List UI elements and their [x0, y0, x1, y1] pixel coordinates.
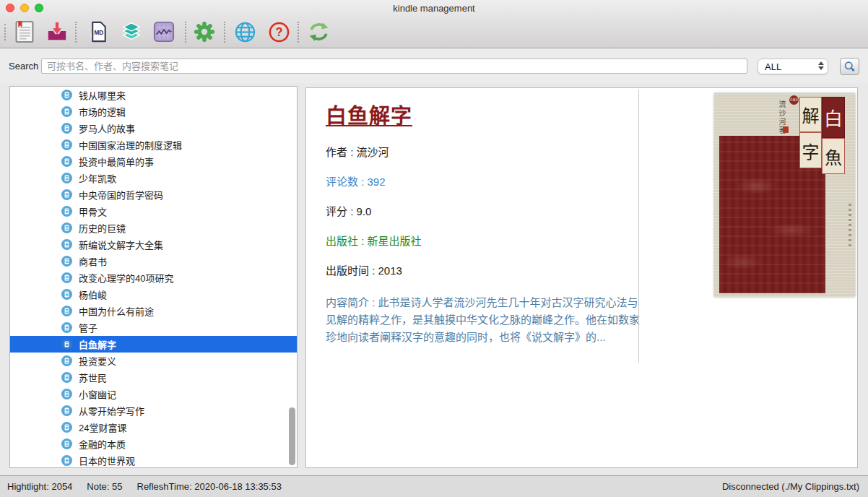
status-left: Hightlight: 2054 Note: 55 RefleshTime: 2… — [7, 481, 282, 492]
cover-char: 白 — [822, 97, 845, 138]
book-title-label: 白鱼解字 — [79, 337, 116, 351]
book-title-label: 金融的本质 — [79, 437, 126, 451]
book-list-item[interactable]: 钱从哪里来 — [10, 87, 297, 103]
book-list-item[interactable]: 历史的巨镜 — [10, 220, 297, 236]
toolbar-drag-handle — [4, 24, 6, 40]
book-list-item[interactable]: 小窗幽记 — [10, 386, 297, 402]
sidebar-scrollbar-thumb[interactable] — [289, 407, 295, 465]
book-title-label: 钱从哪里来 — [79, 88, 126, 102]
highlight-count: Hightlight: 2054 — [7, 481, 72, 492]
search-button[interactable] — [840, 58, 859, 75]
book-note-icon — [61, 289, 72, 300]
book-cover-image: 解 白 字 魚 流沙河著 手稿本 — [714, 93, 855, 297]
book-comments-field: 评论数 : 392 — [326, 176, 651, 188]
book-title-label: 罗马人的故事 — [79, 121, 135, 135]
statistics-button[interactable] — [151, 19, 177, 45]
book-title-label: 市场的逻辑 — [79, 105, 126, 118]
import-download-icon — [46, 21, 68, 43]
cover-char: 魚 — [822, 138, 845, 174]
book-list-item[interactable]: 市场的逻辑 — [10, 103, 297, 120]
refresh-button[interactable] — [305, 19, 331, 45]
settings-button[interactable] — [191, 19, 217, 45]
book-title-label: 中央帝国的哲学密码 — [79, 188, 163, 202]
markdown-export-button[interactable]: MD — [86, 19, 112, 45]
filter-select[interactable]: ALL — [758, 59, 828, 74]
book-note-icon — [61, 455, 72, 466]
import-button[interactable] — [44, 19, 70, 45]
book-list-item[interactable]: 杨伯峻 — [10, 286, 297, 303]
network-button[interactable] — [232, 19, 258, 45]
book-list-item[interactable]: 投资中最简单的事 — [10, 153, 297, 170]
book-list-item[interactable]: 从零开始学写作 — [10, 402, 297, 419]
notes-button[interactable] — [12, 19, 38, 45]
book-detail-panel: 白鱼解字 作者 : 流沙河 评论数 : 392 评分 : 9.0 出版社 : 新… — [305, 87, 858, 468]
vertical-divider — [638, 90, 639, 363]
book-list-item[interactable]: 新编说文解字大全集 — [10, 236, 297, 253]
book-list-item[interactable]: 商君书 — [10, 253, 297, 269]
book-list-item[interactable]: 少年凯歌 — [10, 170, 297, 186]
book-note-icon — [61, 139, 72, 150]
book-title-label: 日本的世界观 — [79, 454, 135, 467]
book-note-icon — [61, 306, 72, 316]
book-title-label: 从零开始学写作 — [79, 404, 144, 418]
book-list-item[interactable]: 白鱼解字 — [10, 336, 297, 353]
window-title: kindle management — [0, 3, 868, 14]
book-list-item[interactable]: 中国为什么有前途 — [10, 303, 297, 319]
book-list-item[interactable]: 投资要义 — [10, 353, 297, 369]
book-note-icon — [61, 355, 72, 366]
book-note-icon — [61, 405, 72, 416]
book-note-icon — [61, 222, 72, 233]
toolbar-separator — [298, 22, 299, 43]
help-icon: ? — [268, 21, 290, 43]
book-title-label: 新编说文解字大全集 — [79, 238, 163, 251]
book-note-icon — [61, 372, 72, 383]
window-chrome: kindle management — [0, 0, 868, 48]
cover-char: 字 — [799, 132, 822, 168]
book-note-icon — [61, 256, 72, 267]
book-list-item[interactable]: 苏世民 — [10, 369, 297, 386]
search-icon — [843, 61, 856, 73]
book-note-icon — [61, 339, 72, 350]
notes-icon — [14, 20, 35, 43]
book-publisher-field: 出版社 : 新星出版社 — [326, 235, 651, 247]
book-list-item[interactable]: 日本的世界观 — [10, 452, 297, 468]
book-title-label: 中国国家治理的制度逻辑 — [79, 138, 182, 152]
book-intro-field: 内容简介 : 此书是诗人学者流沙河先生几十年对古汉字研究心法与见解的精粹之作，是… — [326, 294, 641, 346]
book-list-item[interactable]: 金融的本质 — [10, 436, 297, 452]
book-title-label: 24堂财富课 — [79, 420, 126, 434]
book-note-icon — [61, 322, 72, 333]
filter-select-value: ALL — [765, 61, 781, 72]
status-bar: Hightlight: 2054 Note: 55 RefleshTime: 2… — [0, 475, 868, 497]
book-note-icon — [61, 422, 72, 433]
toolbar-separator — [185, 22, 186, 43]
book-list-item[interactable]: 中国国家治理的制度逻辑 — [10, 137, 297, 153]
book-title-label: 苏世民 — [79, 371, 107, 384]
book-list-item[interactable]: 甲骨文 — [10, 203, 297, 220]
book-title-label: 投资中最简单的事 — [79, 155, 154, 168]
book-author-field: 作者 : 流沙河 — [326, 146, 651, 158]
layers-button[interactable] — [118, 19, 144, 45]
book-note-icon — [61, 106, 72, 117]
markdown-file-icon: MD — [89, 21, 109, 43]
help-button[interactable]: ? — [266, 19, 292, 45]
svg-text:MD: MD — [94, 29, 103, 36]
book-title-label: 少年凯歌 — [79, 171, 116, 185]
cover-round-seal: 手稿本 — [789, 95, 799, 105]
book-list-item[interactable]: 管子 — [10, 319, 297, 336]
book-note-icon — [61, 189, 72, 200]
book-list-item[interactable]: 24堂财富课 — [10, 419, 297, 436]
book-note-icon — [61, 438, 72, 449]
book-list-item[interactable]: 改变心理学的40项研究 — [10, 269, 297, 286]
search-row: Search ALL — [0, 48, 868, 83]
book-rating-field: 评分 : 9.0 — [326, 205, 651, 217]
book-list-item[interactable]: 中央帝国的哲学密码 — [10, 186, 297, 203]
book-title-label: 历史的巨镜 — [79, 221, 126, 235]
book-list-item[interactable]: 罗马人的故事 — [10, 120, 297, 137]
book-list-panel: 钱从哪里来 市场的逻辑 罗马人的故事 — [9, 86, 298, 468]
book-title-label: 中国为什么有前途 — [79, 304, 154, 318]
book-note-icon — [61, 156, 72, 167]
search-input[interactable] — [41, 59, 747, 74]
book-title-link[interactable]: 白鱼解字 — [326, 104, 412, 129]
book-note-icon — [61, 173, 72, 183]
connection-status: Disconnected (./My Clippings.txt) — [722, 481, 859, 492]
